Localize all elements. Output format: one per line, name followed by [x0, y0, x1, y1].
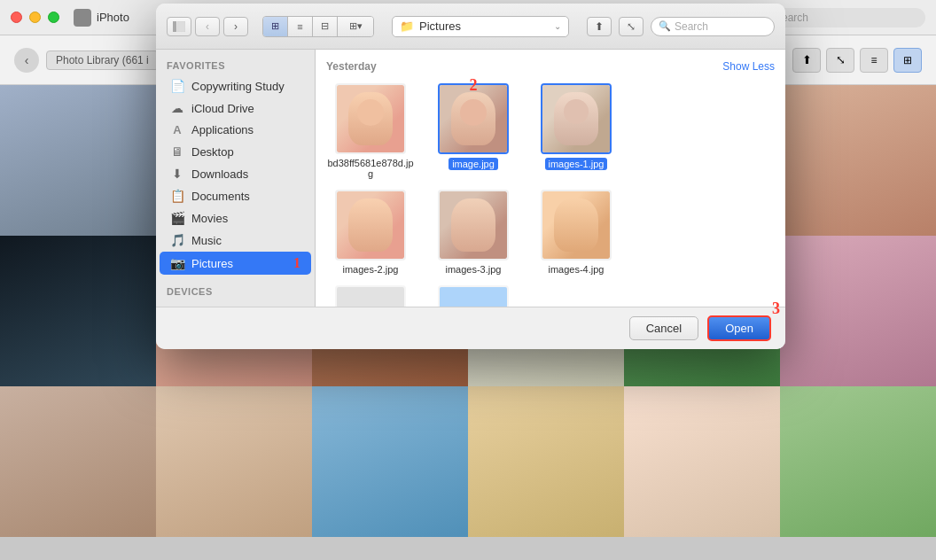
- sidebar-item-icloud[interactable]: ☁ iCloud Drive: [160, 97, 311, 119]
- cancel-button[interactable]: Cancel: [629, 316, 698, 340]
- sidebar-item-label: Music: [191, 234, 222, 247]
- sidebar-item-desktop[interactable]: 🖥 Desktop: [160, 141, 311, 162]
- list-view-button[interactable]: ≡: [288, 17, 313, 36]
- share-button[interactable]: ⬆: [792, 48, 821, 73]
- step-1-badge: 1: [293, 255, 300, 271]
- open-button[interactable]: Open: [707, 315, 771, 341]
- document-icon: 📄: [170, 79, 184, 93]
- close-button[interactable]: [11, 12, 22, 23]
- music-icon: 🎵: [170, 233, 184, 247]
- sidebar-item-label: Copywriting Study: [191, 80, 285, 93]
- bg-photo: [0, 85, 156, 236]
- sidebar-item-label: Applications: [191, 123, 254, 136]
- finder-bottom: Cancel 3 Open: [156, 307, 785, 349]
- folder-icon: 📁: [400, 19, 414, 33]
- forward-button[interactable]: ›: [223, 17, 248, 36]
- gallery-view-button[interactable]: ⊞▾: [338, 17, 373, 36]
- finder-location: 📁 Pictures ⌄: [381, 16, 580, 37]
- sidebar-item-documents[interactable]: 📋 Documents: [160, 185, 311, 206]
- thumbnail-image: [440, 191, 507, 259]
- finder-content: Favorites 📄 Copywriting Study ☁ iCloud D…: [156, 50, 785, 307]
- file-grid: bd38ff5681e878d.jpg 2: [326, 83, 775, 179]
- favorites-label: Favorites: [156, 50, 315, 74]
- bg-photo: [780, 236, 936, 386]
- open-button-container: 3 Open: [707, 315, 771, 341]
- thumbnail-image: [542, 191, 610, 259]
- minimize-button[interactable]: [29, 12, 41, 23]
- chevron-icon: ⌄: [554, 21, 561, 31]
- sidebar-item-applications[interactable]: A Applications: [160, 120, 311, 140]
- finder-search[interactable]: 🔍 Search: [651, 17, 775, 36]
- svg-rect-0: [173, 21, 176, 32]
- bg-photo: [468, 386, 624, 537]
- file-item[interactable]: [326, 285, 415, 307]
- location-bar[interactable]: 📁 Pictures ⌄: [392, 16, 569, 37]
- bg-photo: [0, 386, 156, 537]
- sidebar-item-copywriting[interactable]: 📄 Copywriting Study: [160, 75, 311, 97]
- file-item[interactable]: [429, 285, 518, 307]
- finder-dialog: ‹ › ⊞ ≡ ⊟ ⊞▾ 📁 Pictures ⌄ ⬆ ⤡ 🔍 Search F…: [156, 4, 785, 349]
- back-button[interactable]: ‹: [195, 17, 220, 36]
- cloud-icon: ☁: [170, 101, 184, 115]
- desktop-icon: 🖥: [170, 144, 184, 159]
- svg-rect-1: [177, 21, 185, 32]
- sidebar-item-music[interactable]: 🎵 Music: [160, 229, 311, 251]
- file-item[interactable]: images-1.jpg: [532, 83, 620, 179]
- file-item[interactable]: images-3.jpg: [429, 190, 518, 275]
- icon-view-button[interactable]: ⊞: [263, 17, 288, 36]
- sidebar-item-downloads[interactable]: ⬇ Downloads: [160, 163, 311, 184]
- back-nav-button[interactable]: ‹: [14, 48, 39, 73]
- file-item[interactable]: images-2.jpg: [326, 190, 415, 275]
- library-label: Photo Library (661 i: [46, 51, 159, 70]
- thumbnail-image: [337, 85, 404, 152]
- search-label: Search: [675, 20, 708, 33]
- file-thumbnail: [541, 83, 612, 154]
- file-name: bd38ff5681e878d.jpg: [326, 158, 415, 179]
- step-2-badge: 2: [470, 76, 478, 95]
- step-3-badge: 3: [772, 299, 780, 318]
- thumbnail-image: [337, 191, 404, 259]
- bg-photo: [624, 386, 780, 537]
- file-item[interactable]: images-4.jpg: [532, 190, 620, 275]
- fullscreen-button[interactable]: ⤡: [826, 48, 854, 73]
- photo-row-3: [0, 386, 936, 537]
- file-name: images-1.jpg: [545, 158, 608, 170]
- sidebar-item-pictures[interactable]: 📷 Pictures 1: [160, 252, 311, 275]
- sidebar-item-label: Downloads: [191, 167, 248, 181]
- traffic-lights: [11, 12, 59, 23]
- file-item[interactable]: 2 image.jpg: [429, 83, 518, 179]
- file-item[interactable]: bd38ff5681e878d.jpg: [326, 83, 415, 179]
- section-date: Yesterday: [326, 60, 377, 73]
- documents-icon: 📋: [170, 189, 184, 203]
- partial-file-row: [326, 285, 775, 307]
- finder-fullscreen-button[interactable]: ⤡: [619, 17, 644, 36]
- sidebar-item-movies[interactable]: 🎬 Movies: [160, 207, 311, 229]
- bg-photo: [156, 386, 312, 537]
- file-thumbnail: [541, 190, 612, 261]
- file-name: images-3.jpg: [446, 264, 502, 275]
- app-name: iPhoto: [97, 11, 129, 24]
- list-view-button[interactable]: ≡: [860, 48, 888, 73]
- bg-photo: [0, 236, 156, 386]
- finder-main: Yesterday Show Less: [316, 50, 785, 307]
- bg-photo: [780, 85, 936, 236]
- grid-view-button[interactable]: ⊞: [893, 48, 922, 73]
- file-thumbnail: [438, 190, 509, 261]
- downloads-icon: ⬇: [170, 167, 184, 181]
- sidebar-item-label: Documents: [191, 190, 250, 203]
- sidebar-item-label: Movies: [191, 212, 228, 225]
- movies-icon: 🎬: [170, 211, 184, 225]
- sidebar-toggle-button[interactable]: [167, 17, 191, 36]
- file-thumbnail: [335, 285, 406, 307]
- show-less-button[interactable]: Show Less: [722, 60, 775, 73]
- sidebar-item-label: Desktop: [191, 145, 234, 159]
- view-toggle: ⊞ ≡ ⊟ ⊞▾: [262, 16, 374, 37]
- app-icon: [74, 9, 91, 27]
- thumbnail-image: [440, 85, 507, 152]
- finder-share-button[interactable]: ⬆: [587, 17, 612, 36]
- column-view-button[interactable]: ⊟: [313, 17, 338, 36]
- camera-icon: 📷: [170, 256, 184, 270]
- maximize-button[interactable]: [48, 12, 59, 23]
- bg-photo: [780, 386, 936, 537]
- file-grid-2: images-2.jpg images-3.jpg: [326, 190, 775, 275]
